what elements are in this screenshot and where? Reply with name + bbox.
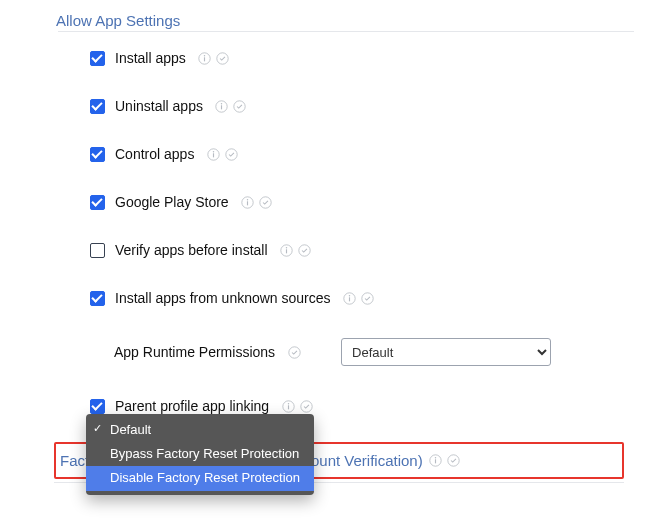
info-icon[interactable]	[198, 51, 212, 65]
info-icon[interactable]	[343, 291, 357, 305]
info-icon[interactable]	[241, 195, 255, 209]
label-runtime-permissions: App Runtime Permissions	[114, 344, 275, 360]
svg-rect-21	[349, 297, 350, 301]
setting-install-apps: Install apps	[58, 46, 634, 70]
setting-runtime-permissions: App Runtime Permissions Default	[58, 334, 634, 370]
svg-point-6	[221, 102, 222, 103]
setting-google-play: Google Play Store	[58, 190, 634, 214]
label-verify-apps: Verify apps before install	[115, 242, 268, 258]
checkbox-install-apps[interactable]	[90, 51, 105, 66]
check-badge-icon[interactable]	[447, 454, 461, 468]
svg-point-32	[448, 455, 459, 466]
svg-point-3	[217, 52, 228, 63]
check-badge-icon[interactable]	[216, 51, 230, 65]
svg-rect-5	[221, 105, 222, 109]
section-title: Allow App Settings	[56, 12, 634, 29]
checkbox-unknown-sources[interactable]	[90, 291, 105, 306]
settings-list: Install apps Uninstall apps Control apps…	[58, 46, 634, 418]
svg-point-27	[287, 402, 288, 403]
menu-item-default[interactable]: ✓ Default	[86, 418, 314, 442]
check-badge-icon[interactable]	[259, 195, 273, 209]
label-google-play: Google Play Store	[115, 194, 229, 210]
svg-point-14	[247, 198, 248, 199]
svg-point-11	[226, 148, 237, 159]
info-icons	[215, 99, 247, 113]
menu-item-bypass-frp[interactable]: Bypass Factory Reset Protection	[86, 442, 314, 466]
info-icons	[281, 399, 313, 413]
svg-rect-9	[213, 153, 214, 157]
info-icon[interactable]	[206, 147, 220, 161]
svg-point-10	[213, 150, 214, 151]
checkbox-google-play[interactable]	[90, 195, 105, 210]
svg-point-22	[349, 294, 350, 295]
menu-item-label: Bypass Factory Reset Protection	[110, 445, 299, 463]
menu-item-label: Default	[110, 421, 151, 439]
frp-dropdown-menu[interactable]: ✓ Default Bypass Factory Reset Protectio…	[86, 414, 314, 495]
section-divider	[58, 31, 634, 32]
info-icon[interactable]	[215, 99, 229, 113]
menu-item-disable-frp[interactable]: Disable Factory Reset Protection	[86, 466, 314, 490]
info-icons	[206, 147, 238, 161]
menu-item-label: Disable Factory Reset Protection	[110, 469, 300, 487]
svg-point-31	[435, 457, 436, 458]
svg-point-2	[204, 54, 205, 55]
info-icon[interactable]	[429, 454, 443, 468]
svg-rect-26	[288, 405, 289, 409]
checkbox-verify-apps[interactable]	[90, 243, 105, 258]
checkmark-icon: ✓	[93, 421, 102, 436]
label-unknown-sources: Install apps from unknown sources	[115, 290, 331, 306]
label-control-apps: Control apps	[115, 146, 194, 162]
info-icons	[429, 454, 461, 468]
info-icons	[343, 291, 375, 305]
setting-control-apps: Control apps	[58, 142, 634, 166]
checkbox-parent-profile-linking[interactable]	[90, 399, 105, 414]
svg-point-19	[299, 244, 310, 255]
check-badge-icon[interactable]	[224, 147, 238, 161]
info-icon[interactable]	[280, 243, 294, 257]
setting-verify-apps: Verify apps before install	[58, 238, 634, 262]
select-runtime-permissions[interactable]: Default	[341, 338, 551, 366]
setting-unknown-sources: Install apps from unknown sources	[58, 286, 634, 310]
check-badge-icon[interactable]	[233, 99, 247, 113]
svg-rect-17	[286, 249, 287, 253]
checkbox-control-apps[interactable]	[90, 147, 105, 162]
label-parent-profile-linking: Parent profile app linking	[115, 398, 269, 414]
setting-uninstall-apps: Uninstall apps	[58, 94, 634, 118]
check-badge-icon[interactable]	[287, 345, 301, 359]
svg-point-18	[286, 246, 287, 247]
info-icons	[241, 195, 273, 209]
check-badge-icon[interactable]	[299, 399, 313, 413]
check-badge-icon[interactable]	[361, 291, 375, 305]
label-uninstall-apps: Uninstall apps	[115, 98, 203, 114]
svg-point-7	[234, 100, 245, 111]
info-icon[interactable]	[281, 399, 295, 413]
info-icons	[287, 345, 301, 359]
info-icons	[280, 243, 312, 257]
checkbox-uninstall-apps[interactable]	[90, 99, 105, 114]
check-badge-icon[interactable]	[298, 243, 312, 257]
info-icons	[198, 51, 230, 65]
svg-point-23	[362, 292, 373, 303]
svg-rect-13	[247, 201, 248, 205]
svg-rect-1	[204, 57, 205, 61]
svg-rect-30	[435, 459, 436, 463]
svg-point-15	[260, 196, 271, 207]
svg-point-24	[288, 346, 299, 357]
svg-point-28	[300, 400, 311, 411]
label-install-apps: Install apps	[115, 50, 186, 66]
